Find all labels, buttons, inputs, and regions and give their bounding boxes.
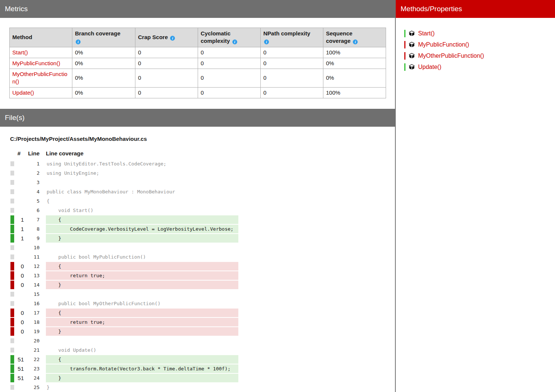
code-row: 019 } (10, 327, 395, 336)
code-line-text: using UnityEditor.TestTools.CodeCoverage… (46, 161, 166, 167)
code-line-background (46, 290, 238, 298)
code-line-background: void Start() (46, 206, 238, 215)
metric-value-cell: 0 (198, 87, 261, 98)
code-row: 3 (10, 178, 395, 187)
code-table-header: # Line Line coverage (10, 150, 395, 157)
coverage-indicator (10, 364, 14, 373)
code-line-background: { (46, 355, 238, 364)
code-line-background: public class MyMonoBehaviour : MonoBehav… (46, 187, 238, 196)
visit-count: 0 (14, 263, 24, 269)
metrics-column-header: Crap Score i (135, 28, 198, 47)
info-icon[interactable]: i (170, 36, 175, 41)
sidebar-method-item: Update() (404, 61, 555, 73)
coverage-status-bar (404, 52, 405, 60)
method-link[interactable]: Update() (12, 89, 34, 96)
code-line-background: public bool MyPublicFunction() (46, 253, 238, 261)
code-line-background: return true; (46, 271, 238, 280)
code-cell: { (40, 309, 238, 317)
metric-value-cell: 0% (323, 58, 386, 69)
sidebar-method-link[interactable]: MyPublicFunction() (418, 41, 469, 48)
line-number: 4 (24, 189, 40, 195)
code-line-background: } (46, 383, 238, 392)
code-row: 4public class MyMonoBehaviour : MonoBeha… (10, 187, 395, 196)
coverage-indicator (10, 180, 14, 185)
coverage-indicator (10, 271, 14, 280)
line-number: 2 (24, 170, 40, 176)
metric-value-cell: 0 (261, 47, 323, 58)
code-lines: 1using UnityEditor.TestTools.CodeCoverag… (10, 159, 395, 392)
coverage-indicator (10, 225, 14, 233)
metric-value-cell: 0 (135, 87, 198, 98)
line-number: 14 (24, 282, 40, 288)
metrics-column-header: NPath complexityi (261, 28, 323, 47)
code-row: 018 return true; (10, 317, 395, 327)
line-number: 6 (24, 208, 40, 213)
code-line-text: { (46, 357, 61, 362)
metrics-table-header-row: MethodBranch coverageiCrap Score iCyclom… (10, 28, 386, 47)
methods-list: Start()MyPublicFunction()MyOtherPublicFu… (396, 18, 555, 73)
sidebar-method-link[interactable]: MyOtherPublicFunction() (418, 53, 484, 59)
coverage-indicator (10, 385, 14, 390)
info-icon[interactable]: i (232, 39, 237, 44)
code-line-background: void Update() (46, 346, 238, 354)
coverage-status-bar (404, 41, 405, 48)
code-cell: public bool MyOtherPublicFunction() (40, 299, 238, 308)
code-line-background (46, 243, 238, 252)
method-link[interactable]: Start() (12, 49, 28, 56)
line-number: 22 (24, 357, 40, 362)
metrics-section-header: Metrics (0, 0, 395, 18)
code-line-text: return true; (46, 273, 105, 278)
metric-value-cell: 0 (198, 69, 261, 88)
code-cell: using UnityEngine; (40, 169, 238, 177)
method-cube-icon (409, 53, 415, 59)
code-cell: } (40, 327, 238, 336)
line-number: 10 (24, 245, 40, 250)
info-icon[interactable]: i (76, 39, 81, 44)
coverage-indicator (10, 208, 14, 213)
sidebar-method-link[interactable]: Start() (418, 30, 435, 37)
coverage-indicator (10, 292, 14, 297)
coverage-indicator (10, 348, 14, 353)
code-row: 013 return true; (10, 271, 395, 280)
code-row: 5123 transform.Rotate(Vector3.back * Tim… (10, 364, 395, 373)
code-line-text: void Start() (46, 208, 93, 213)
method-link[interactable]: MyOtherPublicFunction() (12, 71, 68, 85)
metric-value-cell: 0% (72, 87, 135, 98)
visit-count: 0 (14, 319, 24, 325)
coverage-report-page: Metrics MethodBranch coverageiCrap Score… (0, 0, 555, 392)
code-cell: void Update() (40, 346, 238, 354)
code-row: 21 void Update() (10, 345, 395, 355)
metric-value-cell: 0 (135, 47, 198, 58)
coverage-indicator (10, 199, 14, 203)
code-row: 11 public bool MyPublicFunction() (10, 252, 395, 262)
method-link[interactable]: MyPublicFunction() (12, 60, 60, 66)
sidebar-method-item: Start() (404, 28, 555, 39)
code-line-text: { (46, 263, 61, 269)
coverage-indicator (10, 262, 14, 271)
metrics-column-header: Sequencecoverage i (323, 28, 386, 47)
metric-value-cell: 0 (135, 58, 198, 69)
code-line-background: { (46, 197, 238, 205)
line-number: 11 (24, 254, 40, 260)
coverage-indicator (10, 309, 14, 317)
metric-value-cell: 100% (323, 87, 386, 98)
metric-value-cell: 0 (198, 58, 261, 69)
metrics-column-header: Cyclomaticcomplexity i (198, 28, 261, 47)
visit-count: 0 (14, 310, 24, 316)
visit-count: 51 (14, 366, 24, 372)
info-icon[interactable]: i (264, 39, 269, 44)
metrics-table-container: MethodBranch coverageiCrap Score iCyclom… (9, 28, 386, 98)
code-cell (40, 243, 238, 252)
code-line-text: } (46, 375, 61, 381)
sidebar-method-link[interactable]: Update() (418, 64, 441, 70)
line-number: 1 (24, 161, 40, 167)
coverage-indicator (10, 318, 14, 326)
line-number: 7 (24, 217, 40, 222)
info-icon[interactable]: i (353, 39, 358, 44)
code-line-background: } (46, 327, 238, 336)
line-number: 13 (24, 273, 40, 278)
code-line-text: } (46, 329, 61, 334)
line-number: 5 (24, 198, 40, 204)
code-line-text: { (46, 310, 61, 316)
metrics-row: Start()0%000100% (10, 47, 386, 58)
